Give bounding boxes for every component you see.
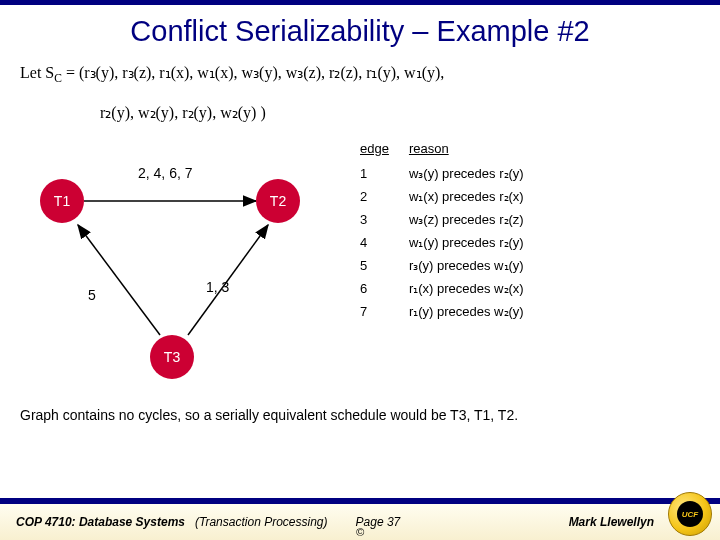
table-row: w₃(y) precedes r₂(y) (409, 162, 544, 185)
slide-footer: COP 4710: Database Systems (Transaction … (0, 498, 720, 540)
edge-label-t1-t2: 2, 4, 6, 7 (138, 165, 192, 181)
edge-label-t3-t2: 1, 3 (206, 279, 229, 295)
table-row: w₃(z) precedes r₂(z) (409, 208, 544, 231)
table-row: 7 (360, 300, 409, 323)
author-name: Mark Llewellyn (569, 515, 654, 529)
schedule-ops-line2: r₂(y), w₂(y), r₂(y), w₂(y) ) (20, 88, 700, 126)
seal-text: UCF (677, 501, 703, 527)
slide-title: Conflict Serializability – Example #2 (0, 5, 720, 54)
university-seal-icon: UCF (668, 492, 712, 536)
conclusion-text: Graph contains no cycles, so a serially … (0, 389, 720, 423)
precedence-graph: T1 T2 T3 2, 4, 6, 7 1, 3 5 (20, 139, 330, 389)
table-row: 3 (360, 208, 409, 231)
content-row: T1 T2 T3 2, 4, 6, 7 1, 3 5 edge reason 1… (0, 127, 720, 389)
table-row: r₁(y) precedes w₂(y) (409, 300, 544, 323)
table-row: 4 (360, 231, 409, 254)
schedule-prefix: Let S (20, 64, 54, 81)
table-row: 2 (360, 185, 409, 208)
table-row: r₃(y) precedes w₁(y) (409, 254, 544, 277)
schedule-definition: Let SC = (r₃(y), r₃(z), r₁(x), w₁(x), w₃… (0, 54, 720, 127)
table-row: w₁(x) precedes r₂(x) (409, 185, 544, 208)
node-t3: T3 (150, 335, 194, 379)
course-section: (Transaction Processing) (195, 515, 328, 529)
table-row: 6 (360, 277, 409, 300)
copyright-symbol: © (356, 526, 364, 538)
edge-reason-table: edge reason 1w₃(y) precedes r₂(y) 2w₁(x)… (330, 139, 700, 389)
node-t2: T2 (256, 179, 300, 223)
svg-line-1 (78, 225, 160, 335)
edge-label-t3-t1: 5 (88, 287, 96, 303)
course-code: COP 4710: Database Systems (16, 515, 185, 529)
node-t1: T1 (40, 179, 84, 223)
col-head-edge: edge (360, 139, 409, 162)
col-head-reason: reason (409, 139, 544, 162)
schedule-ops-line1: = (r₃(y), r₃(z), r₁(x), w₁(x), w₃(y), w₃… (62, 64, 444, 81)
slide: Conflict Serializability – Example #2 Le… (0, 0, 720, 540)
table-row: 1 (360, 162, 409, 185)
table-row: w₁(y) precedes r₂(y) (409, 231, 544, 254)
table-row: r₁(x) precedes w₂(x) (409, 277, 544, 300)
schedule-subscript: C (54, 72, 62, 84)
table-row: 5 (360, 254, 409, 277)
